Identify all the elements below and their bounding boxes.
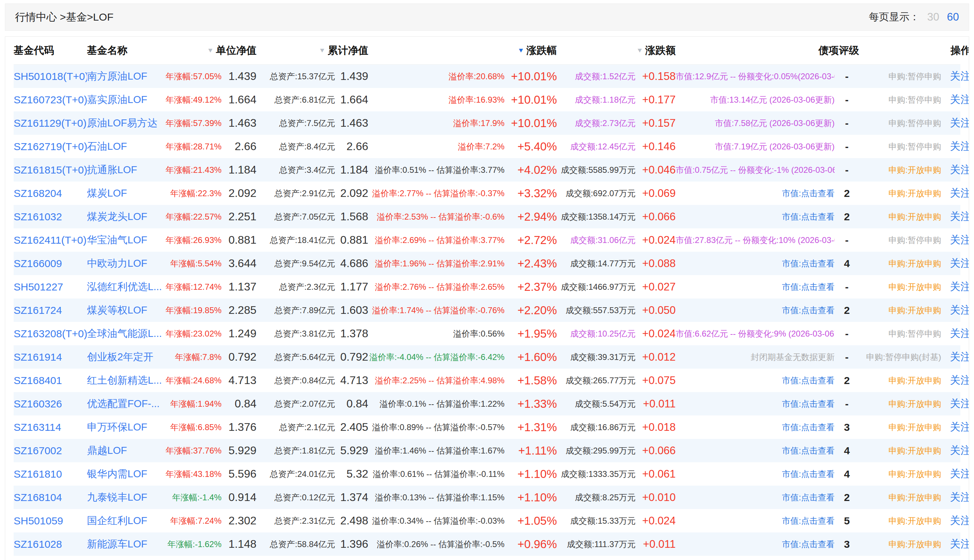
market-value-label: 封闭期基金无数据更新: [676, 352, 835, 363]
fund-name-link[interactable]: 煤炭龙头LOF: [87, 210, 165, 224]
market-value-link[interactable]: 市值:点击查看: [676, 282, 835, 293]
th-cum-nav[interactable]: ▼累计净值: [256, 43, 368, 58]
fund-name-link[interactable]: 银华内需LOF: [87, 467, 165, 481]
market-value-link[interactable]: 市值:点击查看: [676, 258, 835, 269]
fund-name-link[interactable]: 煤炭等权LOF: [87, 303, 165, 317]
fund-name-link[interactable]: 创业板2年定开: [87, 350, 165, 364]
follow-link[interactable]: 关注: [941, 139, 969, 153]
fund-code-link[interactable]: SH501018(T+0): [13, 70, 87, 82]
page-size-option-30[interactable]: 30: [927, 11, 939, 23]
fund-code-link[interactable]: SZ161810: [13, 468, 87, 480]
th-label[interactable]: 单位净值: [216, 43, 256, 58]
fund-code-link[interactable]: SZ161914: [13, 351, 87, 363]
th-label[interactable]: 涨跌幅: [526, 43, 557, 58]
fund-code-link[interactable]: SH501059: [13, 515, 87, 527]
market-value-link[interactable]: 市值:点击查看: [676, 492, 835, 503]
change-amount-value: +0.177: [635, 93, 676, 106]
follow-link[interactable]: 关注: [941, 256, 969, 270]
th-unit-nav[interactable]: ▼单位净值: [165, 43, 256, 58]
follow-link[interactable]: 关注: [941, 280, 969, 294]
market-value-link[interactable]: 市值:点击查看: [676, 515, 835, 527]
th-change-percent[interactable]: ▼涨跌幅: [368, 43, 557, 58]
market-value-link[interactable]: 市值:点击查看: [676, 211, 835, 222]
follow-link[interactable]: 关注: [941, 69, 969, 83]
fund-name-link[interactable]: 原油LOF易方达: [87, 116, 165, 130]
fund-code-link[interactable]: SZ161724: [13, 305, 87, 316]
fund-name-link[interactable]: 华宝油气LOF: [87, 233, 165, 247]
fund-code-link[interactable]: SZ166009: [13, 258, 87, 270]
market-value-link[interactable]: 市值:点击查看: [676, 188, 835, 199]
follow-link[interactable]: 关注: [941, 327, 969, 341]
fund-name-link[interactable]: 泓德红利优选L...: [87, 280, 165, 294]
year-change-label: 年涨幅:37.76%: [165, 445, 222, 456]
fund-code-link[interactable]: SZ161028: [13, 538, 87, 550]
follow-link[interactable]: 关注: [941, 513, 969, 528]
turnover-label: 成交额:1333.35万元: [557, 468, 635, 480]
market-value-link[interactable]: 市值:点击查看: [676, 445, 835, 456]
follow-link[interactable]: 关注: [941, 210, 969, 224]
fund-code-link[interactable]: SZ163114: [13, 422, 87, 433]
fund-code-link[interactable]: SZ160723(T+0): [13, 94, 87, 106]
purchase-status: 申购:开放申购: [859, 211, 941, 222]
fund-name-link[interactable]: 抗通胀LOF: [87, 163, 165, 177]
market-value-link[interactable]: 市值:点击查看: [676, 375, 835, 386]
fund-name-link[interactable]: 南方原油LOF: [87, 70, 165, 83]
sort-down-icon[interactable]: ▼: [319, 47, 326, 54]
follow-link[interactable]: 关注: [941, 116, 969, 130]
fund-name-link[interactable]: 煤炭LOF: [87, 187, 165, 200]
sort-down-icon[interactable]: ▼: [636, 47, 643, 54]
purchase-status: 申购:开放申购: [859, 492, 941, 503]
follow-link[interactable]: 关注: [941, 490, 969, 505]
unit-nav-value: 0.914: [222, 491, 256, 504]
fund-code-link[interactable]: SH501227: [13, 281, 87, 293]
market-value-link[interactable]: 市值:点击查看: [676, 422, 835, 433]
follow-link[interactable]: 关注: [941, 420, 969, 434]
purchase-status: 申购:开放申购: [859, 165, 941, 176]
fund-code-link[interactable]: SZ161129(T+0): [13, 117, 87, 129]
page-size-option-60[interactable]: 60: [947, 11, 959, 23]
fund-code-link[interactable]: SZ162719(T+0): [13, 141, 87, 153]
follow-link[interactable]: 关注: [941, 93, 969, 107]
fund-code-link[interactable]: SZ161032: [13, 211, 87, 223]
fund-name-link[interactable]: 中欧动力LOF: [87, 257, 165, 270]
th-change-amount[interactable]: ▼涨跌额: [557, 43, 676, 58]
follow-link[interactable]: 关注: [941, 467, 969, 481]
th-label[interactable]: 涨跌额: [645, 43, 676, 58]
fund-code-link[interactable]: SZ163208(T+0): [13, 328, 87, 340]
fund-table: ▼基金代码 ▼基金名称 ▼单位净值 ▼累计净值 ▼涨跌幅 ▼涨跌额 ▼债项评级 …: [5, 36, 969, 560]
fund-code-link[interactable]: SZ168204: [13, 187, 87, 199]
th-label[interactable]: 累计净值: [328, 43, 368, 58]
follow-link[interactable]: 关注: [941, 350, 969, 364]
fund-code-link[interactable]: SZ168401: [13, 375, 87, 387]
fund-name-link[interactable]: 新能源车LOF: [87, 537, 165, 551]
market-value-link[interactable]: 市值:点击查看: [676, 468, 835, 480]
fund-name-link[interactable]: 红土创新精选L...: [87, 373, 165, 388]
fund-name-link[interactable]: 国企红利LOF: [87, 514, 165, 528]
market-value-link[interactable]: 市值:点击查看: [676, 398, 835, 410]
fund-name-link[interactable]: 鼎越LOF: [87, 444, 165, 458]
breadcrumb[interactable]: 行情中心 >基金>LOF: [15, 10, 114, 25]
fund-code-link[interactable]: SZ161815(T+0): [13, 164, 87, 176]
follow-link[interactable]: 关注: [941, 186, 969, 200]
sort-down-icon-active[interactable]: ▼: [517, 47, 525, 54]
follow-link[interactable]: 关注: [941, 163, 969, 177]
fund-name-link[interactable]: 石油LOF: [87, 140, 165, 153]
fund-code-link[interactable]: SZ160326: [13, 398, 87, 410]
market-value-link[interactable]: 市值:点击查看: [676, 539, 835, 550]
fund-name-link[interactable]: 全球油气能源L...: [87, 327, 165, 341]
fund-code-link[interactable]: SZ162411(T+0): [13, 234, 87, 246]
follow-link[interactable]: 关注: [941, 303, 969, 317]
follow-link[interactable]: 关注: [941, 397, 969, 411]
fund-name-link[interactable]: 九泰锐丰LOF: [87, 490, 165, 505]
follow-link[interactable]: 关注: [941, 537, 969, 551]
follow-link[interactable]: 关注: [941, 443, 969, 458]
fund-code-link[interactable]: SZ167002: [13, 445, 87, 457]
sort-down-icon[interactable]: ▼: [207, 47, 214, 54]
fund-name-link[interactable]: 嘉实原油LOF: [87, 93, 165, 107]
fund-code-link[interactable]: SZ168104: [13, 492, 87, 503]
market-value-link[interactable]: 市值:点击查看: [676, 305, 835, 316]
fund-name-link[interactable]: 申万环保LOF: [87, 420, 165, 434]
follow-link[interactable]: 关注: [941, 233, 969, 247]
follow-link[interactable]: 关注: [941, 373, 969, 388]
fund-name-link[interactable]: 优选配置FOF-...: [87, 397, 165, 411]
